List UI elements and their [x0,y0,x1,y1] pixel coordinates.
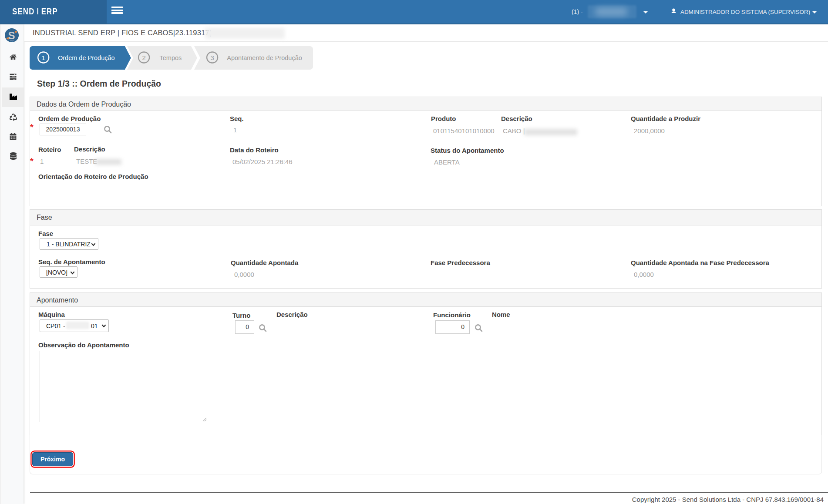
svg-text:3: 3 [210,54,214,61]
svg-text:Tempos: Tempos [160,54,182,61]
svg-text:Ordem de Produção: Ordem de Produção [58,54,115,61]
svg-text:Apontamento de Produção: Apontamento de Produção [227,54,302,61]
svg-text:2: 2 [142,54,145,61]
svg-text:erp: erp [10,39,14,42]
svg-text:1: 1 [42,54,45,61]
